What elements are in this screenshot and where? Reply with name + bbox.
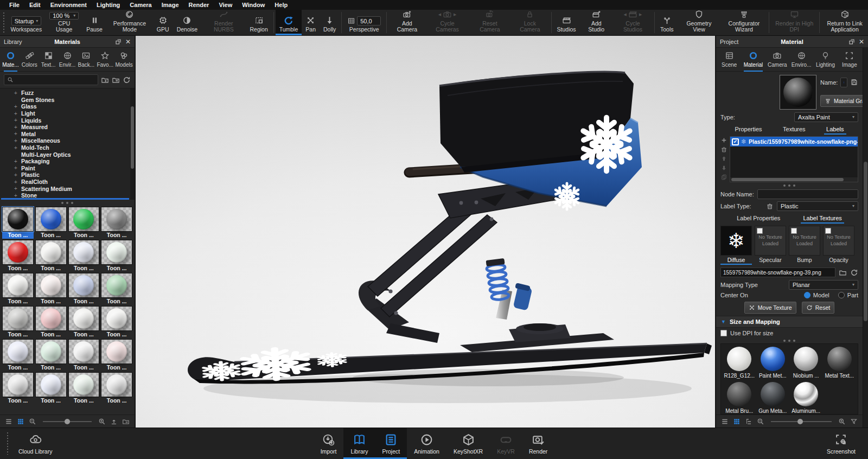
tab-camera[interactable]: Camera — [765, 49, 789, 71]
material-thumbnail[interactable]: Toon ... — [2, 339, 34, 371]
move-texture-button[interactable]: Move Texture — [744, 302, 796, 314]
grid-view-icon[interactable] — [17, 418, 24, 425]
opacity-slot[interactable]: No Texture Loaded Opacity — [823, 226, 854, 265]
tab-models[interactable]: Models — [114, 49, 133, 71]
center-model-radio[interactable] — [804, 292, 810, 298]
diffuse-slot[interactable]: ❄ Diffuse — [720, 226, 752, 265]
zoom-in-icon[interactable] — [98, 418, 106, 425]
expand-icon[interactable]: + — [13, 117, 18, 123]
render-button[interactable]: Render — [522, 428, 554, 459]
slider-thumb[interactable] — [797, 419, 803, 424]
pause-button[interactable]: Pause — [82, 10, 106, 35]
perspective-control[interactable]: 50,0 Perspective — [343, 10, 385, 35]
float-panel-icon[interactable] — [848, 39, 855, 45]
texture-checkbox[interactable] — [825, 228, 831, 234]
close-icon[interactable]: ✕ — [125, 39, 131, 45]
tree-item-metal[interactable]: +Metal — [0, 131, 135, 138]
label-list-item[interactable]: ✔ ❄ Plastic/1559757989white-snowflake-pn… — [730, 137, 858, 146]
tab-material[interactable]: Material — [741, 49, 765, 71]
hscroll-thumb[interactable] — [731, 178, 844, 181]
menu-edit[interactable]: Edit — [24, 1, 46, 9]
tab-image[interactable]: Image — [838, 49, 861, 71]
scene-material-item[interactable]: Metal Text... — [824, 347, 856, 379]
tree-scroll-thumb[interactable] — [131, 106, 134, 169]
material-thumbnail[interactable]: Toon ... — [35, 207, 67, 239]
open-folder-icon[interactable] — [839, 269, 847, 277]
add-studio-button[interactable]: Add Studio — [580, 10, 613, 35]
add-camera-button[interactable]: Add Camera — [388, 10, 425, 35]
slider-thumb[interactable] — [65, 419, 70, 424]
tree-item-light[interactable]: +Light — [0, 110, 135, 117]
material-thumbnail[interactable]: Toon ... — [35, 240, 67, 272]
tree-item-glass[interactable]: +Glass — [0, 103, 135, 110]
screenshot-button[interactable]: Screenshot — [820, 428, 863, 459]
menu-render[interactable]: Render — [184, 1, 214, 9]
tab-materials[interactable]: Mate... — [1, 49, 20, 71]
mapping-type-dropdown[interactable]: Planar ▾ — [789, 280, 858, 290]
float-panel-icon[interactable] — [115, 39, 122, 45]
scene-material-item[interactable]: Niobium ... — [790, 347, 822, 379]
tools-button[interactable]: Tools — [656, 10, 678, 35]
menu-lighting[interactable]: Lighting — [92, 1, 125, 9]
tab-backplates[interactable]: Back... — [76, 49, 95, 71]
expand-icon[interactable]: + — [13, 158, 18, 164]
material-thumbnail[interactable]: Toon ... — [101, 339, 132, 371]
label-list-hscrollbar[interactable] — [730, 177, 858, 182]
material-thumbnail[interactable]: Toon ... — [35, 306, 67, 338]
panel-splitter[interactable] — [716, 182, 863, 188]
search-box[interactable] — [4, 74, 98, 85]
material-thumbnail[interactable]: Toon ... — [2, 207, 34, 239]
tree-item-multi-layer-optics[interactable]: Multi-Layer Optics — [0, 151, 135, 158]
thumbnail-size-slider[interactable] — [771, 421, 832, 422]
label-list[interactable]: ✔ ❄ Plastic/1559757989white-snowflake-pn… — [730, 136, 858, 182]
material-thumbnail[interactable]: Toon ... — [101, 207, 132, 239]
tree-item-gem-stones[interactable]: Gem Stones — [0, 97, 135, 104]
filter-icon[interactable] — [850, 418, 858, 425]
tree-view-icon[interactable] — [745, 418, 752, 425]
material-thumbnail[interactable]: Toon ... — [101, 273, 132, 305]
tree-item-fuzz[interactable]: +Fuzz — [0, 90, 135, 97]
scene-material-item[interactable]: Gun Meta... — [757, 382, 789, 414]
texture-file-field[interactable]: 1559757989white-snowflake-png-39.png — [720, 267, 835, 277]
tree-item-measured[interactable]: +Measured — [0, 124, 135, 131]
tab-lighting[interactable]: Lighting — [813, 49, 837, 71]
menu-environment[interactable]: Environment — [46, 1, 92, 9]
material-thumbnail[interactable]: Toon ... — [2, 273, 34, 305]
expand-icon[interactable]: + — [13, 138, 18, 144]
import-folder-icon[interactable] — [112, 76, 120, 84]
project-panel-scrollbar[interactable] — [863, 48, 868, 428]
workspaces-dropdown[interactable]: Startup▾ Workspaces — [7, 10, 46, 35]
material-thumbnail[interactable]: Toon ... — [101, 372, 132, 404]
expand-icon[interactable]: + — [13, 172, 18, 178]
menu-camera[interactable]: Camera — [125, 1, 156, 9]
performance-mode-button[interactable]: Performance Mode — [106, 10, 153, 35]
material-thumbnail[interactable]: Toon ... — [2, 372, 34, 404]
tab-scene[interactable]: Scene — [717, 49, 741, 71]
denoise-button[interactable]: Denoise — [173, 10, 202, 35]
menu-view[interactable]: View — [214, 1, 237, 9]
material-thumbnail[interactable]: Toon ... — [35, 339, 67, 371]
label-type-dropdown[interactable]: Plastic ▾ — [777, 201, 858, 211]
expand-icon[interactable]: + — [13, 124, 18, 130]
material-thumbnail[interactable]: Toon ... — [101, 240, 132, 272]
panel-splitter[interactable] — [0, 200, 135, 206]
export-folder-icon[interactable] — [122, 418, 130, 425]
import-button[interactable]: Import — [314, 428, 344, 459]
material-graph-button[interactable]: Material Graph — [820, 95, 868, 107]
cpu-usage-dropdown[interactable]: 100 %▾ CPU Usage — [46, 10, 82, 35]
add-folder-icon[interactable] — [101, 76, 109, 84]
material-thumbnail[interactable]: Toon ... — [101, 306, 132, 338]
texture-checkbox[interactable] — [791, 228, 797, 234]
menu-image[interactable]: Image — [157, 1, 184, 9]
material-thumbnail[interactable]: Toon ... — [68, 372, 100, 404]
expand-icon[interactable]: + — [13, 90, 18, 96]
expand-icon[interactable]: + — [13, 131, 18, 137]
bump-slot[interactable]: No Texture Loaded Bump — [789, 226, 820, 265]
material-name-input[interactable] — [840, 78, 847, 87]
dolly-button[interactable]: Dolly — [320, 10, 340, 35]
scene-material-item[interactable]: Aluminum... — [790, 382, 822, 414]
panel-splitter[interactable] — [716, 337, 863, 343]
region-button[interactable]: Region — [246, 10, 271, 35]
dock-drag-handle[interactable] — [7, 432, 9, 455]
expand-icon[interactable]: + — [13, 111, 18, 117]
